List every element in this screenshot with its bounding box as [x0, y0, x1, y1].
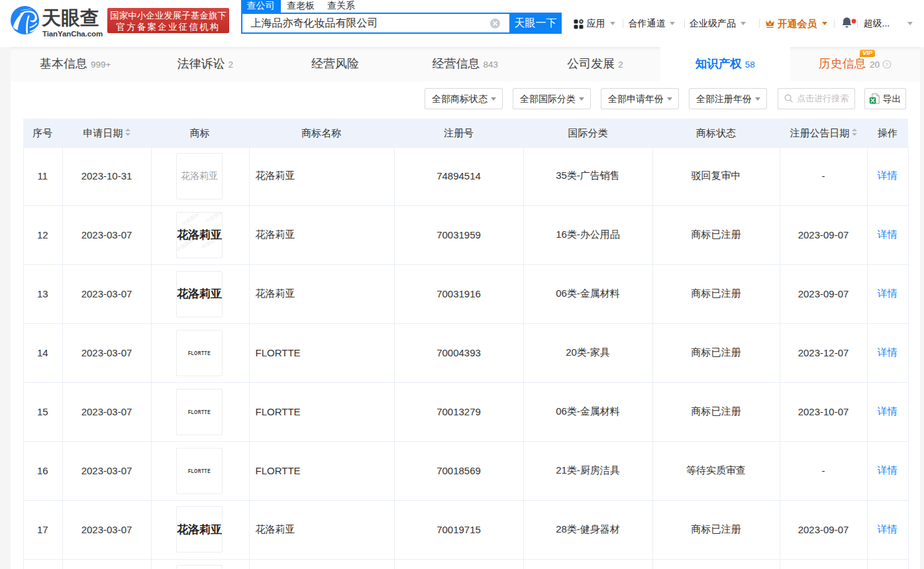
svg-text:?: ? — [886, 62, 889, 68]
